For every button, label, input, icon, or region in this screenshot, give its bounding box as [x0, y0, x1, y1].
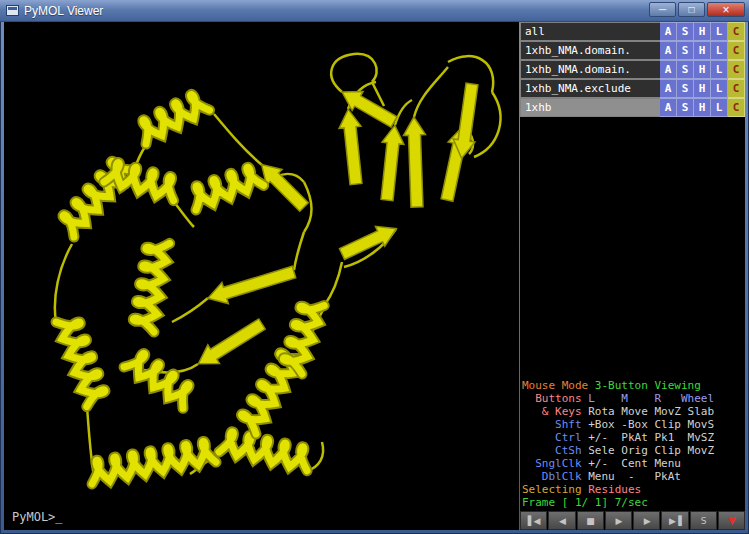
menu-button-h[interactable]: H [694, 98, 711, 117]
protein-structure [4, 22, 519, 530]
mouse-panel-text: L M R Wheel [588, 392, 714, 405]
menu-button-l[interactable]: L [711, 22, 728, 41]
menu-button-s[interactable]: S [677, 41, 694, 60]
menu-button-c[interactable]: C [728, 98, 745, 117]
side-panel: allASHLC1xhb_NMA.domain.ASHLC1xhb_NMA.do… [520, 22, 745, 530]
rock-button[interactable]: ▼ [718, 511, 745, 530]
mouse-panel-line: SnglClk +/- Cent Menu [522, 457, 745, 470]
menu-button-h[interactable]: H [694, 79, 711, 98]
menu-button-c[interactable]: C [728, 22, 745, 41]
menu-button-l[interactable]: L [711, 41, 728, 60]
object-row: 1xhbASHLC [520, 98, 745, 117]
mouse-panel-text: Mouse Mode [522, 379, 595, 392]
mouse-panel-line: & Keys Rota Move MovZ Slab [522, 405, 745, 418]
stop-button[interactable]: ■ [577, 511, 604, 530]
mouse-panel-text: +/- Cent Menu [588, 457, 681, 470]
go-to-start-button[interactable]: ▌◀ [520, 511, 547, 530]
object-row: allASHLC [520, 22, 745, 41]
object-toggle-1xhb[interactable]: 1xhb [520, 98, 660, 117]
menu-button-h[interactable]: H [694, 22, 711, 41]
menu-button-a[interactable]: A [660, 41, 677, 60]
mouse-panel-lines: Mouse Mode 3-Button Viewing Buttons L M … [520, 378, 745, 510]
mouse-panel-line: CtSh Sele Orig Clip MovZ [522, 444, 745, 457]
menu-button-c[interactable]: C [728, 41, 745, 60]
mouse-panel-text: +/- PkAt Pk1 MvSZ [588, 431, 714, 444]
object-toggle-1xhb-nma-domain[interactable]: 1xhb_NMA.domain. [520, 41, 660, 60]
mouse-panel-text: Frame [ 1/ 1] 7/sec [522, 496, 648, 509]
close-button[interactable]: × [707, 2, 745, 17]
mouse-panel-line: Shft +Box -Box Clip MovS [522, 418, 745, 431]
menu-button-a[interactable]: A [660, 98, 677, 117]
menu-button-h[interactable]: H [694, 41, 711, 60]
mouse-panel-text: Shft [522, 418, 588, 431]
command-prompt[interactable]: PyMOL>_ [12, 510, 63, 524]
alpha-helices [56, 90, 324, 484]
menu-button-c[interactable]: C [728, 79, 745, 98]
menu-button-a[interactable]: A [660, 79, 677, 98]
menu-button-c[interactable]: C [728, 60, 745, 79]
mouse-panel-text: 3-Button Viewing [595, 379, 701, 392]
mouse-panel-text: +Box -Box Clip MovS [588, 418, 714, 431]
mouse-panel-line: Mouse Mode 3-Button Viewing [522, 379, 745, 392]
menu-button-s[interactable]: S [677, 79, 694, 98]
mouse-panel-text: Menu - PkAt [588, 470, 681, 483]
menu-button-s[interactable]: S [677, 22, 694, 41]
mouse-panel-text: CtSh [522, 444, 588, 457]
object-list: allASHLC1xhb_NMA.domain.ASHLC1xhb_NMA.do… [520, 22, 745, 117]
caption-buttons: ─ □ × [649, 0, 745, 17]
mouse-panel-text: DblClk [522, 470, 588, 483]
mouse-panel-text: Sele Orig Clip MovZ [588, 444, 714, 457]
go-to-end-button[interactable]: ▶▐ [661, 511, 688, 530]
window-icon[interactable] [6, 5, 19, 16]
play-button[interactable]: ▶ [605, 511, 632, 530]
mouse-panel-text: & Keys [522, 405, 588, 418]
mouse-panel-line: Buttons L M R Wheel [522, 392, 745, 405]
minimize-button[interactable]: ─ [649, 2, 676, 17]
panel-spacer [520, 117, 745, 378]
menu-button-s[interactable]: S [677, 98, 694, 117]
pymol-window: PyMOL Viewer ─ □ × [0, 0, 749, 534]
mouse-panel-line: Ctrl +/- PkAt Pk1 MvSZ [522, 431, 745, 444]
mouse-panel-text: Ctrl [522, 431, 588, 444]
menu-button-a[interactable]: A [660, 22, 677, 41]
menu-button-s[interactable]: S [677, 60, 694, 79]
mouse-panel-text: Selecting [522, 483, 588, 496]
object-row: 1xhb_NMA.domain.ASHLC [520, 60, 745, 79]
menu-button-l[interactable]: L [711, 60, 728, 79]
step-forward-button[interactable]: ▶ [633, 511, 660, 530]
mouse-panel-text: Buttons [522, 392, 588, 405]
mouse-panel-text: Rota Move MovZ Slab [588, 405, 714, 418]
window-title: PyMOL Viewer [24, 4, 103, 18]
scene-button[interactable]: S [690, 511, 717, 530]
menu-button-l[interactable]: L [711, 79, 728, 98]
mouse-panel-text: SnglClk [522, 457, 588, 470]
mouse-panel-line: DblClk Menu - PkAt [522, 470, 745, 483]
3d-viewport[interactable]: PyMOL>_ [4, 22, 519, 530]
menu-button-l[interactable]: L [711, 98, 728, 117]
menu-button-h[interactable]: H [694, 60, 711, 79]
object-row: 1xhb_NMA.excludeASHLC [520, 79, 745, 98]
loop-ribbons [55, 54, 501, 477]
object-toggle-all[interactable]: all [520, 22, 660, 41]
movie-controls: ▌◀◀■▶▶▶▐S▼ [520, 510, 745, 530]
maximize-button[interactable]: □ [678, 2, 705, 17]
menu-button-a[interactable]: A [660, 60, 677, 79]
step-back-button[interactable]: ◀ [548, 511, 575, 530]
beta-sheets [193, 82, 483, 373]
titlebar[interactable]: PyMOL Viewer ─ □ × [0, 0, 749, 22]
mouse-panel-line: Selecting Residues [522, 483, 745, 496]
object-toggle-1xhb-nma-exclude[interactable]: 1xhb_NMA.exclude [520, 79, 660, 98]
object-row: 1xhb_NMA.domain.ASHLC [520, 41, 745, 60]
object-toggle-1xhb-nma-domain[interactable]: 1xhb_NMA.domain. [520, 60, 660, 79]
mouse-panel-text: Residues [588, 483, 641, 496]
mouse-panel-line: Frame [ 1/ 1] 7/sec [522, 496, 745, 509]
